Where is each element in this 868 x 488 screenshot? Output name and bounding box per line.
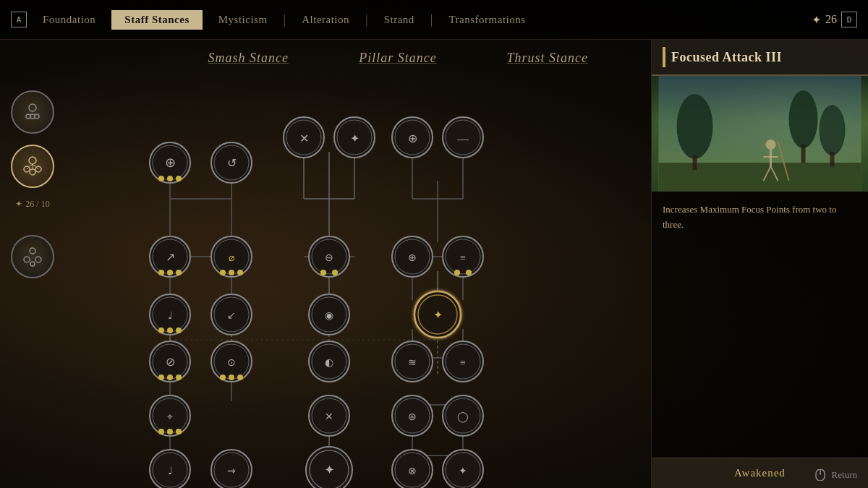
svg-text:◐: ◐: [325, 357, 333, 368]
skill-node-pillar-4[interactable]: ◐: [309, 341, 349, 382]
svg-point-95: [454, 270, 460, 275]
svg-text:⇝: ⇝: [227, 466, 236, 476]
character-icon-2[interactable]: [11, 145, 54, 188]
svg-point-13: [35, 257, 41, 262]
svg-text:◯: ◯: [457, 411, 469, 423]
skill-node-thrust-l5[interactable]: ⊛: [392, 395, 433, 436]
right-key-hint: D: [841, 12, 857, 27]
skill-node-smash-r1[interactable]: ↺: [211, 142, 252, 183]
skill-tree-svg: ⊕ ↺ ✕ ✦: [58, 72, 637, 488]
svg-point-55: [167, 176, 173, 181]
skill-node-thrust-center3[interactable]: ✦: [414, 291, 461, 338]
skill-node-smash-l2[interactable]: ↗: [150, 236, 190, 277]
points-value: 26 / 10: [25, 199, 49, 210]
skill-node-thrust-l1[interactable]: ⊕: [392, 117, 433, 158]
nav-item-strand[interactable]: Strand: [374, 11, 425, 29]
skill-node-pillar-bottom[interactable]: ✦: [306, 447, 352, 488]
skill-node-pillar-m2[interactable]: ⊖: [309, 236, 349, 277]
svg-point-101: [167, 328, 173, 333]
svg-text:⊕: ⊕: [408, 252, 417, 263]
svg-point-100: [158, 328, 164, 333]
skill-node-smash-l1[interactable]: ⊕: [150, 142, 190, 183]
svg-text:♩: ♩: [168, 466, 173, 476]
currency-value: 26: [825, 13, 837, 26]
svg-text:↙: ↙: [227, 310, 236, 321]
skill-node-thrust-l-bottom[interactable]: ⊗: [392, 450, 433, 488]
nav-item-staff-stances[interactable]: Staff Stances: [111, 10, 202, 30]
svg-text:✦: ✦: [324, 463, 335, 477]
nav-sep-2: |: [365, 12, 368, 27]
panel-description-text: Increases Maximum Focus Points from two …: [663, 202, 857, 233]
character-points-label: ✦ 26 / 10: [15, 199, 49, 210]
skill-node-smash-l5[interactable]: ⌖: [150, 395, 190, 436]
skill-node-smash-l6[interactable]: ♩: [150, 450, 190, 488]
skill-node-pillar-r1[interactable]: ✦: [334, 117, 375, 158]
nav-item-mysticism[interactable]: Mysticism: [208, 11, 278, 29]
svg-point-0: [29, 104, 36, 111]
svg-point-136: [158, 429, 164, 435]
skill-node-thrust-l4[interactable]: ≋: [392, 341, 433, 382]
svg-point-83: [237, 270, 243, 275]
svg-text:✦: ✦: [350, 132, 359, 145]
skill-node-smash-r4[interactable]: ⊙: [211, 341, 252, 382]
svg-point-75: [158, 270, 164, 275]
svg-point-115: [158, 374, 164, 380]
return-label: Return: [832, 469, 857, 481]
svg-point-167: [789, 90, 818, 148]
skill-node-thrust-r2[interactable]: ≡: [443, 236, 483, 277]
skill-node-smash-l3[interactable]: ♩: [150, 294, 190, 335]
character-icon-3[interactable]: [11, 235, 54, 278]
skill-node-smash-r2[interactable]: ⌀: [211, 236, 252, 277]
svg-text:✦: ✦: [433, 309, 443, 321]
skill-node-thrust-r5[interactable]: ◯: [443, 395, 483, 436]
svg-point-3: [30, 114, 35, 119]
smash-stance-header: Smash Stance: [174, 51, 323, 66]
nav-sep-1: |: [284, 12, 286, 27]
skill-node-smash-r3[interactable]: ↙: [211, 294, 252, 335]
svg-point-4: [29, 157, 36, 164]
skill-node-thrust-r4[interactable]: ≡: [443, 341, 483, 382]
pillar-stance-header: Pillar Stance: [323, 51, 473, 66]
svg-point-123: [237, 374, 243, 380]
svg-text:⊖: ⊖: [325, 252, 333, 263]
nav-sep-3: |: [430, 12, 433, 27]
nav-item-foundation[interactable]: Foundation: [33, 11, 106, 29]
skill-node-pillar-5[interactable]: ✕: [309, 395, 349, 436]
svg-text:✦: ✦: [459, 466, 467, 476]
points-icon: ✦: [15, 199, 22, 210]
currency-display: ✦ 26 D: [812, 12, 857, 27]
svg-point-87: [320, 270, 326, 275]
main-content: ✦ 26 / 10 Smash Stance Pillar Stance: [0, 40, 868, 488]
skill-node-smash-r6[interactable]: ⇝: [211, 450, 252, 488]
panel-image: [652, 76, 868, 192]
svg-text:⌀: ⌀: [229, 252, 234, 263]
skill-node-thrust-r1[interactable]: —: [443, 117, 483, 158]
skill-node-pillar-3[interactable]: ◉: [309, 294, 349, 335]
svg-point-2: [35, 114, 39, 119]
skill-tree-area: ✦ 26 / 10 Smash Stance Pillar Stance: [0, 40, 651, 488]
svg-text:↗: ↗: [166, 251, 175, 263]
character-icon-1[interactable]: [11, 90, 54, 134]
svg-point-117: [176, 374, 182, 380]
svg-rect-168: [801, 145, 806, 163]
skill-node-thrust-r-bottom[interactable]: ✦: [443, 450, 483, 488]
nav-item-alteration[interactable]: Alteration: [292, 11, 359, 29]
svg-text:⊗: ⊗: [408, 466, 417, 476]
svg-point-54: [158, 176, 164, 181]
svg-rect-164: [659, 163, 861, 192]
skill-node-pillar-l1[interactable]: ✕: [284, 117, 324, 158]
svg-point-14: [30, 262, 35, 266]
svg-text:◉: ◉: [325, 310, 333, 321]
svg-point-88: [332, 270, 338, 275]
svg-point-137: [167, 429, 173, 435]
svg-text:—: —: [456, 132, 469, 145]
svg-point-76: [167, 270, 173, 275]
nav-item-transformations[interactable]: Transformations: [438, 11, 535, 29]
bottom-return-hint: Return: [813, 469, 857, 481]
svg-point-81: [220, 270, 226, 275]
skill-node-smash-l4[interactable]: ⊘: [150, 341, 190, 382]
svg-text:⊕: ⊕: [408, 132, 417, 145]
mouse-icon: [813, 469, 827, 481]
skill-node-thrust-m2[interactable]: ⊕: [392, 236, 433, 277]
svg-point-171: [766, 140, 776, 150]
